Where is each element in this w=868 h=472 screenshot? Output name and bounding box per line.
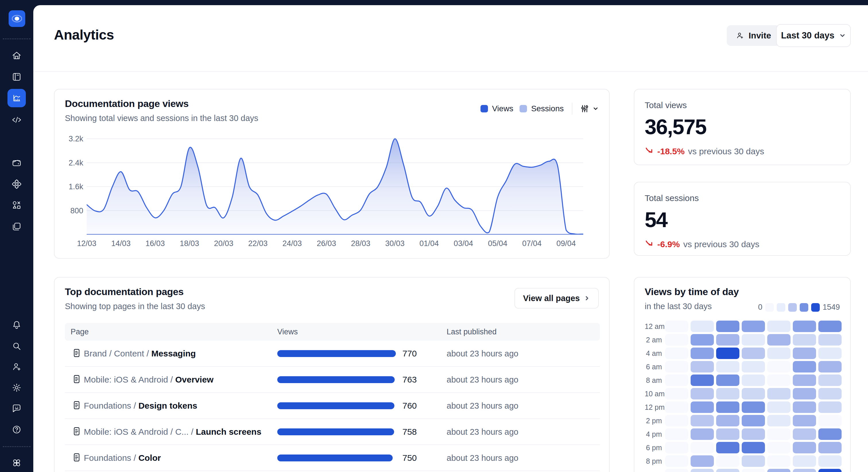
table-title: Top documentation pages xyxy=(65,286,184,297)
invite-button[interactable]: Invite xyxy=(727,25,780,46)
legend-item-sessions[interactable]: Sessions xyxy=(520,104,564,113)
code-icon xyxy=(11,114,22,126)
x-axis-tick: 26/03 xyxy=(317,239,336,248)
heatmap-cell xyxy=(818,442,842,453)
sidebar-item-home[interactable] xyxy=(10,49,23,62)
heatmap-row-label: 2 am xyxy=(645,336,662,344)
views-bar xyxy=(277,454,401,461)
page-breadcrumb[interactable]: Mobile: iOS & Android / Overview xyxy=(84,375,214,384)
heatmap-row: 12 pm xyxy=(645,401,842,413)
page-breadcrumb[interactable]: Foundations / Design tokens xyxy=(84,401,197,411)
last-published: about 23 hours ago xyxy=(446,349,518,358)
table-row[interactable]: Brand / Content / Messaging770about 23 h… xyxy=(65,341,600,367)
heatmap-cell xyxy=(742,321,765,332)
heatmap-row: 10 pm xyxy=(645,469,842,472)
x-axis-tick: 20/03 xyxy=(214,239,234,248)
document-icon xyxy=(72,348,82,359)
flower-logo-icon xyxy=(11,457,22,469)
sidebar-item-integrations[interactable] xyxy=(10,178,23,191)
views-value: 760 xyxy=(402,401,417,411)
heatmap-cell xyxy=(716,415,739,427)
heatmap-cell xyxy=(793,442,816,453)
page-breadcrumb[interactable]: Brand / Content / Messaging xyxy=(84,349,196,359)
document-icon xyxy=(72,374,82,385)
heatmap-row-label: 10 pm xyxy=(645,471,662,472)
view-all-pages-button[interactable]: View all pages xyxy=(515,288,599,308)
table-row[interactable]: Mobile: iOS & Android / Overview763about… xyxy=(65,367,600,393)
sidebar-item-components[interactable] xyxy=(10,199,23,212)
search-icon xyxy=(11,340,22,352)
workspace-logo[interactable] xyxy=(9,10,25,27)
chevron-right-icon xyxy=(584,295,590,301)
heatmap-cell xyxy=(793,361,816,372)
heatmap-cell xyxy=(665,374,688,386)
help-icon xyxy=(11,424,22,435)
chevron-down-icon xyxy=(592,105,599,112)
sidebar-divider xyxy=(3,446,30,447)
table-row[interactable]: Foundations / Color750about 23 hours ago xyxy=(65,445,600,471)
heatmap-cell xyxy=(742,401,765,413)
page-breadcrumb[interactable]: Foundations / Color xyxy=(84,453,161,463)
date-range-dropdown[interactable]: Last 30 days xyxy=(776,24,851,47)
legend-item-views[interactable]: Views xyxy=(480,104,513,113)
heatmap-legend-min: 0 xyxy=(758,303,763,312)
sidebar-item-invite[interactable] xyxy=(10,361,23,373)
sidebar-item-help[interactable] xyxy=(10,423,23,436)
heatmap-cell xyxy=(818,334,842,345)
heatmap-cell xyxy=(716,388,739,400)
heatmap-cell xyxy=(793,401,816,413)
delta-value: -6.9% xyxy=(657,239,680,249)
heatmap-cell xyxy=(793,415,816,427)
table-row[interactable]: Mobile: iOS & Android / C... / Launch sc… xyxy=(65,419,600,445)
sidebar-divider xyxy=(3,38,30,39)
heatmap-cell xyxy=(742,469,765,472)
sidebar-item-wallet[interactable] xyxy=(10,157,23,169)
sidebar-item-search[interactable] xyxy=(10,340,23,352)
heatmap-cell xyxy=(793,347,816,359)
x-axis-tick: 14/03 xyxy=(112,239,131,248)
user-plus-icon xyxy=(735,31,745,40)
delta-value: -18.5% xyxy=(657,146,685,156)
heatmap-cell xyxy=(691,456,714,467)
chart-subtitle: Showing total views and sessions in the … xyxy=(65,113,258,123)
x-axis-tick: 24/03 xyxy=(282,239,302,248)
delta-compare: vs previous 30 days xyxy=(688,146,764,156)
heatmap-cell xyxy=(767,401,790,413)
x-axis-tick: 22/03 xyxy=(248,239,268,248)
views-swatch xyxy=(480,105,488,112)
heatmap-cell xyxy=(716,334,739,345)
heatmap-cell xyxy=(793,374,816,386)
view-all-label: View all pages xyxy=(523,294,580,303)
heatmap-legend-swatch xyxy=(788,303,797,312)
x-axis-tick: 03/04 xyxy=(454,239,473,248)
y-axis-tick: 2.4k xyxy=(55,159,83,167)
sidebar-item-notifications[interactable] xyxy=(10,318,23,331)
sidebar-item-pages[interactable] xyxy=(10,220,23,233)
heatmap-row-label: 4 pm xyxy=(645,430,662,438)
heatmap-cell xyxy=(665,429,688,440)
heatmap-cell xyxy=(716,456,739,467)
stat-delta-row: -6.9% vs previous 30 days xyxy=(645,239,760,250)
heatmap-cell xyxy=(716,429,739,440)
stat-label: Total sessions xyxy=(645,193,699,203)
legend-divider xyxy=(572,103,572,115)
home-icon xyxy=(11,50,22,61)
sidebar-item-product-logo[interactable] xyxy=(10,457,23,469)
chart-legend: Views Sessions xyxy=(480,103,599,115)
sidebar-item-settings[interactable] xyxy=(10,381,23,394)
sidebar-item-docs[interactable] xyxy=(10,71,23,83)
sidebar-item-api[interactable] xyxy=(10,113,23,126)
x-axis-tick: 28/03 xyxy=(351,239,371,248)
legend-views-label: Views xyxy=(492,104,513,113)
table-row[interactable]: Foundations / Design tokens760about 23 h… xyxy=(65,393,600,419)
heatmap-cell xyxy=(691,347,714,359)
x-axis-tick: 07/04 xyxy=(522,239,541,248)
sidebar-item-analytics[interactable] xyxy=(7,89,26,107)
sidebar-item-feedback[interactable] xyxy=(10,402,23,415)
chart-options-control[interactable] xyxy=(580,104,599,113)
page-breadcrumb[interactable]: Mobile: iOS & Android / C... / Launch sc… xyxy=(84,427,261,437)
heatmap-cell xyxy=(691,361,714,372)
heatmap-row: 8 pm xyxy=(645,456,842,467)
main-panel: Analytics Invite Last 30 days Documentat… xyxy=(33,5,868,472)
heatmap-row-label: 12 am xyxy=(645,322,662,331)
